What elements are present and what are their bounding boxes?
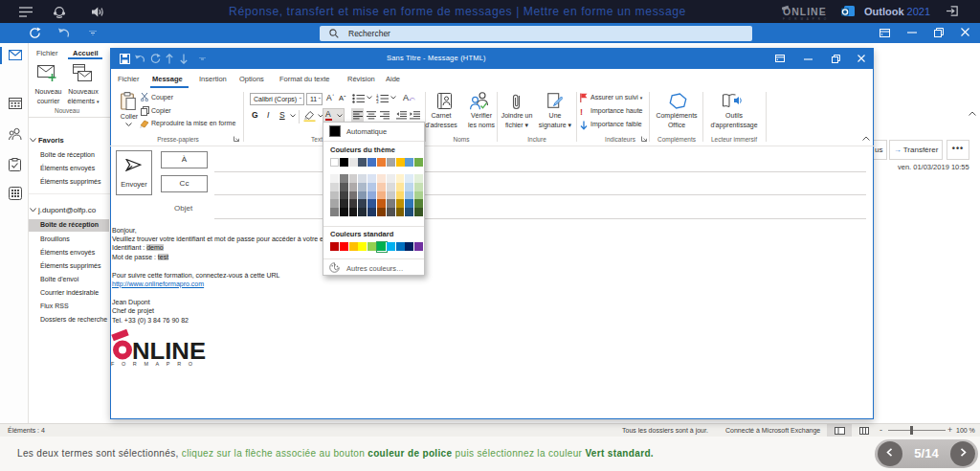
svg-text:3: 3 xyxy=(376,100,379,103)
svg-text:FORMAPRO: FORMAPRO xyxy=(111,361,200,367)
